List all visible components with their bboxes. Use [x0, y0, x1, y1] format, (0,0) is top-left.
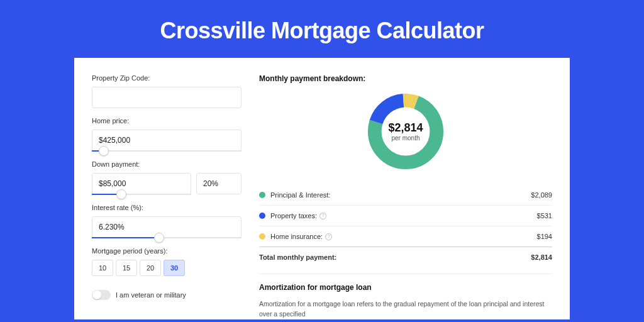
period-option-20[interactable]: 20 — [140, 260, 161, 276]
home-price-group: Home price: — [92, 117, 242, 152]
legend-label: Property taxes:? — [270, 212, 537, 219]
veteran-toggle-row: I am veteran or military — [92, 290, 242, 300]
donut-chart-wrap: $2,814 per month — [259, 91, 552, 172]
down-payment-input[interactable] — [92, 173, 191, 194]
legend-label: Home insurance:? — [270, 233, 537, 240]
legend-swatch — [259, 233, 265, 240]
legend-swatch — [259, 213, 265, 219]
legend-value: $2,089 — [531, 191, 552, 199]
legend-total-row: Total monthly payment:$2,814 — [259, 247, 552, 267]
donut-center-value: $2,814 — [388, 121, 423, 135]
toggle-knob — [92, 291, 101, 299]
breakdown-title: Monthly payment breakdown: — [259, 74, 552, 83]
interest-rate-slider-fill — [92, 237, 159, 238]
zip-group: Property Zip Code: — [92, 74, 242, 108]
total-label: Total monthly payment: — [259, 253, 531, 261]
veteran-toggle-label: I am veteran or military — [116, 291, 186, 299]
legend-swatch — [259, 192, 265, 198]
legend-value: $531 — [537, 212, 552, 219]
info-icon[interactable]: ? — [325, 233, 332, 240]
period-option-10[interactable]: 10 — [92, 260, 113, 276]
down-payment-group: Down payment: — [92, 160, 242, 195]
donut-center-sub: per month — [391, 135, 419, 142]
results-panel: Monthly payment breakdown: $2,814 per mo… — [259, 74, 552, 319]
page-title: Crossville Mortgage Calculator — [0, 0, 644, 58]
down-payment-label: Down payment: — [92, 160, 242, 168]
total-value: $2,814 — [531, 253, 552, 261]
home-price-label: Home price: — [92, 117, 242, 125]
down-payment-pct-input[interactable] — [196, 173, 242, 194]
interest-rate-group: Interest rate (%): — [92, 204, 242, 238]
down-payment-slider[interactable] — [92, 194, 191, 195]
amortization-desc: Amortization for a mortgage loan refers … — [259, 299, 552, 319]
legend-row: Property taxes:?$531 — [259, 206, 552, 226]
interest-rate-input[interactable] — [92, 216, 242, 238]
legend-row: Home insurance:?$194 — [259, 226, 552, 247]
calculator-card: Property Zip Code: Home price: Down paym… — [74, 58, 570, 319]
zip-label: Property Zip Code: — [92, 74, 242, 82]
legend-row: Principal & Interest:$2,089 — [259, 185, 552, 206]
input-panel: Property Zip Code: Home price: Down paym… — [92, 74, 242, 319]
home-price-slider-thumb[interactable] — [99, 146, 109, 156]
donut-chart: $2,814 per month — [365, 91, 447, 172]
period-option-15[interactable]: 15 — [116, 260, 137, 276]
amortization-section: Amortization for mortgage loan Amortizat… — [259, 274, 552, 319]
period-option-30[interactable]: 30 — [164, 260, 185, 276]
interest-rate-slider-thumb[interactable] — [154, 233, 164, 243]
home-price-slider[interactable] — [92, 150, 242, 152]
legend: Principal & Interest:$2,089Property taxe… — [259, 185, 552, 267]
mortgage-period-group: Mortgage period (years): 10152030 — [92, 247, 242, 276]
mortgage-period-options: 10152030 — [92, 260, 242, 276]
mortgage-period-label: Mortgage period (years): — [92, 247, 242, 255]
interest-rate-slider[interactable] — [92, 237, 242, 238]
down-payment-slider-thumb[interactable] — [116, 189, 126, 199]
legend-label: Principal & Interest: — [270, 191, 531, 199]
veteran-toggle[interactable] — [92, 290, 111, 300]
donut-center: $2,814 per month — [365, 91, 447, 172]
home-price-input[interactable] — [92, 130, 242, 151]
interest-rate-label: Interest rate (%): — [92, 204, 242, 211]
zip-input[interactable] — [92, 87, 242, 108]
amortization-title: Amortization for mortgage loan — [259, 283, 552, 292]
info-icon[interactable]: ? — [319, 213, 326, 219]
legend-value: $194 — [537, 233, 552, 240]
